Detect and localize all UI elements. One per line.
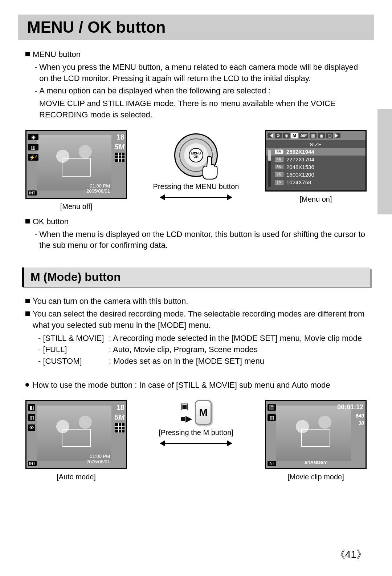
battery-icon: ▥ — [28, 414, 35, 421]
topbar-icon: ◉ — [283, 133, 290, 138]
size-menu-item: 5M2592X1944 — [266, 148, 366, 156]
bullet-square-icon — [25, 219, 30, 223]
double-arrow-icon — [160, 440, 232, 447]
size-menu-item: 4M2272X1704 — [266, 156, 366, 163]
topbar-icon: ⚙ — [275, 133, 282, 138]
topbar-icon: ▦ — [310, 133, 317, 138]
mode-key: - [STILL & MOVIE] — [38, 333, 109, 344]
menu-button-heading: MENU button — [33, 49, 81, 60]
mode-p2: You can select the desired recording mod… — [33, 309, 367, 331]
m-button-illustration: ▣ ■▶ M — [180, 400, 212, 425]
mode-definition-row: - [STILL & MOVIE]: A recording mode sele… — [25, 333, 367, 344]
mode-key: - [CUSTOM] — [38, 355, 109, 367]
quality-icon — [115, 153, 124, 162]
bullet-square-icon — [25, 52, 30, 56]
standby-label: STANDBY — [305, 460, 327, 465]
caption-menu-off: [Menu off] — [60, 202, 93, 211]
size-menu-item: 3M2048X1536 — [266, 163, 366, 171]
caption-auto-mode: [Auto mode] — [57, 473, 96, 481]
mode-p1: You can turn on the camera with this but… — [33, 296, 188, 307]
int-icon: INT — [28, 190, 37, 196]
figure-row-menu: ◉ ▥ ⚡ᴬ 18 5M 01:00 PM 2005/08/01 INT [Me… — [22, 130, 370, 211]
ok-paragraph: When the menu is displayed on the LCD mo… — [39, 229, 367, 251]
size-menu-item: 2M1600X1200 — [266, 171, 366, 178]
bullet-square-icon — [25, 299, 30, 303]
menu-paragraph-1: When you press the MENU button, a menu r… — [39, 62, 367, 84]
size-badge: 1M — [275, 180, 283, 185]
m-button-label: M — [199, 407, 208, 418]
page-number: 《41》 — [335, 548, 367, 561]
lcd-menu-off: ◉ ▥ ⚡ᴬ 18 5M 01:00 PM 2005/08/01 INT — [25, 130, 127, 199]
size-menu-item: 1M1024X768 — [266, 178, 366, 186]
howto-text: How to use the mode button : In case of … — [33, 380, 330, 391]
menu-scrollbar — [268, 150, 271, 187]
section-title-bar: MENU / OK button — [18, 15, 374, 40]
bullet-square-icon — [25, 311, 30, 316]
section2-title: M (Mode) button — [30, 270, 364, 284]
m-button: M — [195, 400, 212, 425]
topbar-m-icon: M — [291, 133, 298, 138]
size-indicator: 5M — [114, 143, 124, 151]
caption-pressing-menu: Pressing the MENU button — [153, 182, 239, 191]
double-arrow-icon — [160, 194, 232, 201]
quality-icon — [115, 423, 124, 432]
caption-movie-mode: [Movie clip mode] — [287, 473, 344, 481]
caption-menu-on: [Menu on] — [300, 195, 332, 204]
bullet-dash-icon: - — [34, 85, 37, 97]
bullet-dot-icon — [25, 383, 29, 387]
size-indicator: 5M — [114, 413, 124, 422]
arrow-right-icon — [335, 133, 340, 138]
lcd-date: 2005/08/01 — [86, 459, 110, 464]
size-value: 1600X1200 — [286, 172, 314, 178]
size-value: 2048X1536 — [286, 164, 314, 170]
bullet-dash-icon: - — [34, 62, 37, 84]
topbar-5m-icon: 5M — [299, 133, 308, 138]
lcd-date: 2005/08/01 — [86, 189, 110, 194]
shots-remaining: 18 — [117, 133, 124, 141]
size-badge: 4M — [275, 157, 283, 162]
shots-remaining: 18 — [117, 403, 124, 412]
mode-icon: ◉ — [28, 134, 38, 140]
mode-key: - [FULL] — [38, 344, 109, 355]
menu-dial-illustration: MENU OK — [174, 133, 218, 177]
bullet-dash-icon: - — [34, 229, 37, 251]
movie-timer: 00:01:12 — [337, 403, 363, 411]
side-tab — [377, 109, 392, 214]
section1-title: MENU / OK button — [27, 18, 365, 36]
lcd-time: 01:00 PM — [86, 184, 110, 189]
size-badge: 2M — [275, 172, 283, 177]
mode-desc: : Modes set as on in the [MODE SET] menu — [109, 355, 264, 367]
mode-desc: : A recording mode selected in the [MODE… — [109, 333, 362, 344]
menu-paragraph-2a: A menu option can be displayed when the … — [39, 85, 270, 97]
mode-definition-row: - [CUSTOM]: Modes set as on in the [MODE… — [25, 355, 367, 367]
size-menu-label: SIZE — [266, 140, 366, 148]
figure-row-mode: ◧ ▥ 👁 18 5M 01:00 PM 2005/08/01 INT [Aut… — [22, 400, 370, 481]
size-value: 2592X1944 — [286, 149, 314, 155]
topbar-icon: ▣ — [318, 133, 325, 138]
movie-res: 640 — [356, 413, 364, 419]
arrow-left-icon — [268, 133, 273, 138]
redeye-icon: 👁 — [28, 424, 35, 431]
int-icon: INT — [268, 461, 276, 466]
hand-pointer-icon — [200, 155, 220, 181]
battery-icon: ▥ — [28, 144, 38, 150]
battery-icon: ▥ — [268, 414, 276, 421]
lcd-menu-on: ⚙ ◉ M 5M ▦ ▣ ▢ SIZE 5M2592X19444M2272X17… — [265, 130, 367, 192]
ok-button-heading: OK button — [33, 216, 69, 227]
flash-auto-icon: ⚡ᴬ — [28, 154, 38, 161]
lcd-time: 01:00 PM — [86, 454, 110, 459]
int-icon: INT — [28, 461, 37, 466]
caption-pressing-m: [Pressing the M button] — [159, 428, 233, 437]
size-badge: 3M — [275, 165, 283, 169]
lcd-auto-mode: ◧ ▥ 👁 18 5M 01:00 PM 2005/08/01 INT — [25, 400, 127, 469]
camera-mode-icon: ◧ — [28, 404, 35, 411]
lcd-movie-mode: 🎬 ▥ 00:01:12 640 30 STANDBY INT — [265, 400, 367, 469]
video-icon: ■▶ — [180, 414, 192, 424]
size-value: 2272X1704 — [286, 156, 314, 162]
menu-paragraph-2b: MOVIE CLIP and STILL IMAGE mode. There i… — [39, 99, 335, 119]
mode-desc: : Auto, Movie clip, Program, Scene modes — [109, 344, 258, 355]
camera-icon: ▣ — [180, 401, 192, 411]
movie-mode-icon: 🎬 — [268, 404, 276, 411]
size-badge: 5M — [275, 149, 283, 154]
topbar-icon: ▢ — [326, 133, 333, 138]
